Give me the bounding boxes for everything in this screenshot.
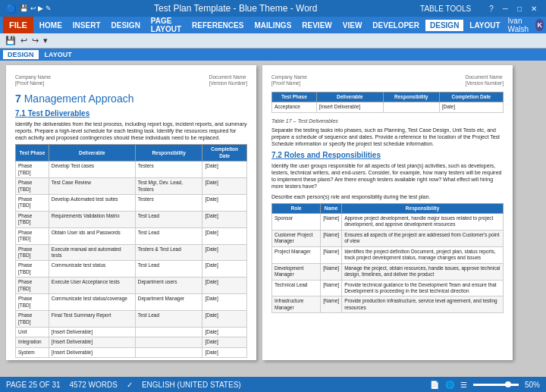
title-bar: 🔵 💾 ↩ ▶ ✎ Test Plan Template - Blue Them… xyxy=(0,0,546,17)
tab-home[interactable]: HOME xyxy=(35,20,67,31)
spell-check-icon[interactable]: ✓ xyxy=(127,381,133,389)
title-bar-controls: TABLE TOOLS ? ─ □ ✕ xyxy=(420,5,540,13)
table-cell: Manage the project, obtain resources, ha… xyxy=(342,263,504,280)
tab-mailings[interactable]: MAILINGS xyxy=(249,20,296,31)
tab-view[interactable]: VIEW xyxy=(338,20,367,31)
title-bar-left: 🔵 💾 ↩ ▶ ✎ xyxy=(6,4,52,14)
left-page: Company Name [Proof Name] Document Name … xyxy=(6,65,256,360)
word-count: 4572 WORDS xyxy=(70,381,118,389)
table-cell: Technical Lead xyxy=(272,280,321,296)
table-cell: Communicate test status/coverage xyxy=(49,294,135,311)
user-info: Ivan Walsh K xyxy=(508,17,544,33)
view-web-icon[interactable]: 🌐 xyxy=(445,381,454,389)
quick-access: 💾 ↩ ▶ ✎ xyxy=(20,5,52,12)
table-cell: Identifies the project definition Docume… xyxy=(342,246,504,263)
main-area: Company Name [Proof Name] Document Name … xyxy=(0,61,546,365)
design-tab-layout[interactable]: LAYOUT xyxy=(40,50,77,59)
table-cell: [Date] xyxy=(202,337,247,347)
t17-col-deliverable: Deliverable xyxy=(316,92,383,102)
table-cell: Department users xyxy=(135,278,202,294)
view-print-icon[interactable]: 📄 xyxy=(430,381,439,389)
left-meta-left: Company Name [Proof Name] xyxy=(15,74,51,87)
zoom-slider[interactable] xyxy=(473,384,519,386)
table-cell: [Date] xyxy=(439,102,503,112)
table-cell: Test Lead xyxy=(135,227,202,244)
table-cell: [Date] xyxy=(202,278,247,294)
tab-page-layout[interactable]: PAGE LAYOUT xyxy=(146,15,186,35)
status-right: 📄 🌐 ☰ 50% xyxy=(430,381,540,389)
table-cell: Project Manager xyxy=(272,246,321,263)
table-cell: Integration xyxy=(16,337,49,347)
table-cell: [Date] xyxy=(202,261,247,278)
table-cell: Develop Test cases xyxy=(49,162,135,178)
table-cell: Execute manual and automated tests xyxy=(49,244,135,261)
table-cell: Provide production infrastructure, servi… xyxy=(342,296,504,313)
table-cell: Test Mgr, Dev. Lead, Testers xyxy=(135,178,202,195)
left-page-header: Company Name [Proof Name] Document Name … xyxy=(15,74,247,87)
user-avatar: K xyxy=(535,19,544,31)
table-cell: Phase [TBD] xyxy=(16,162,49,178)
right-page-header: Company Name [Proof Name] Document Name … xyxy=(271,74,504,87)
view-outline-icon[interactable]: ☰ xyxy=(460,381,467,389)
table-cell: [Date] xyxy=(202,162,247,178)
zoom-slider-thumb xyxy=(505,381,511,387)
roles-body-2: Describe each person(s) role and respons… xyxy=(271,193,504,200)
toolbar-save-icon[interactable]: 💾 xyxy=(3,36,18,45)
status-left: PAGE 25 OF 31 4572 WORDS ✓ ENGLISH (UNIT… xyxy=(6,381,241,389)
table-cell: [Date] xyxy=(202,211,247,227)
design-bar: DESIGN LAYOUT xyxy=(0,49,546,61)
table-cell: Phase [TBD] xyxy=(16,294,49,311)
table-cell: [Name] xyxy=(321,214,342,230)
maximize-button[interactable]: □ xyxy=(514,5,525,13)
toolbar-undo-icon[interactable]: ↩ xyxy=(18,36,30,45)
tab-review[interactable]: REVIEW xyxy=(297,20,336,31)
toolbar-redo-icon[interactable]: ↪ xyxy=(30,36,41,45)
table-cell: [Name] xyxy=(321,230,342,246)
table-cell: Obtain User ids and Passwords xyxy=(49,227,135,244)
table-cell: Phase [TBD] xyxy=(16,244,49,261)
close-button[interactable]: ✕ xyxy=(528,5,540,13)
tab-references[interactable]: REFERENCES xyxy=(187,20,248,31)
table-cell: Phase [TBD] xyxy=(16,178,49,195)
left-meta-right: Document Name [Version Number] xyxy=(209,74,247,87)
toolbar-more-icon[interactable]: ▾ xyxy=(41,36,50,45)
table-cell: Test Case Review xyxy=(49,178,135,195)
page-info: PAGE 25 OF 31 xyxy=(6,381,61,389)
separate-text: Separate the testing tasks into phases, … xyxy=(271,127,504,147)
section-71-body: Identify the deliverables from the test … xyxy=(15,121,247,141)
company-name-right: Company Name xyxy=(271,74,307,80)
roles-body-1: Identify the user groups responsible for… xyxy=(271,162,504,190)
table-cell: [Insert Deliverable] xyxy=(49,327,135,337)
table-cell: [Insert Deliverable] xyxy=(49,347,135,357)
table-cell: Department Manager xyxy=(135,294,202,311)
table-cell: [Date] xyxy=(202,178,247,195)
table-cell: Develop Automated test suites xyxy=(49,194,135,211)
roles-col-role: Role xyxy=(272,203,321,213)
table-cell: Phase [TBD] xyxy=(16,261,49,278)
version-right: [Version Number] xyxy=(466,80,504,86)
tab-design[interactable]: DESIGN xyxy=(107,20,145,31)
tab-insert[interactable]: INSERT xyxy=(68,20,105,31)
help-icon[interactable]: ? xyxy=(489,5,494,13)
file-tab[interactable]: FILE xyxy=(3,17,33,33)
table-cell: Infrastructure Manager xyxy=(272,296,321,313)
table-cell: [Date] xyxy=(202,244,247,261)
table-cell: System xyxy=(16,347,49,357)
design-tab-design[interactable]: DESIGN xyxy=(3,50,39,59)
t17-col-completion: Completion Date xyxy=(439,92,503,102)
table-cell xyxy=(135,337,202,347)
right-page: Company Name [Proof Name] Document Name … xyxy=(262,65,513,360)
tab-table-design[interactable]: DESIGN xyxy=(425,20,463,31)
table-cell: Execute User Acceptance tests xyxy=(49,278,135,294)
col-test-phase: Test Phase xyxy=(16,145,49,162)
ribbon: FILE HOME INSERT DESIGN PAGE LAYOUT REFE… xyxy=(0,17,546,33)
minimize-button[interactable]: ─ xyxy=(500,5,511,13)
tab-developer[interactable]: DEVELOPER xyxy=(368,20,424,31)
tab-layout[interactable]: LAYOUT xyxy=(465,20,504,31)
table-cell: Testers & Test Lead xyxy=(135,244,202,261)
company-name-left: Company Name xyxy=(15,74,51,80)
title-bar-title: Test Plan Template - Blue Theme - Word xyxy=(52,3,421,14)
col-responsibility: Responsibility xyxy=(135,145,202,162)
version-left: [Version Number] xyxy=(209,80,247,86)
doc-name-right: Document Name xyxy=(466,74,504,80)
